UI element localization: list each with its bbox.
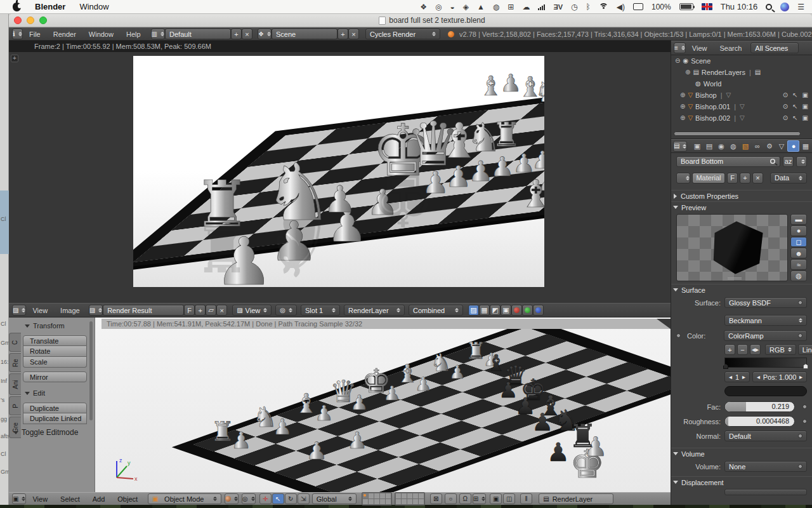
manipulator-axes-button[interactable]: ✛	[259, 493, 272, 504]
hide-eye-icon[interactable]: ⊙	[783, 104, 788, 110]
ramp-index-stepper[interactable]: ◂1▸	[724, 371, 750, 382]
cloud-icon[interactable]: ☁	[522, 3, 530, 11]
tab-object[interactable]: ▧	[739, 140, 751, 152]
tab-world[interactable]: ◍	[727, 140, 739, 152]
tab-data[interactable]: ▽	[775, 140, 787, 152]
preview-world-button[interactable]: ◍	[790, 271, 807, 281]
app-status-icon[interactable]: ◎	[435, 3, 442, 11]
expand-icon[interactable]: ⊕	[685, 69, 690, 76]
menu-file[interactable]: File	[23, 30, 47, 38]
draw-image-toggle[interactable]: ▨	[468, 305, 479, 316]
viewport-corner-widget[interactable]	[657, 319, 671, 329]
stepper-right-icon[interactable]: ▸	[799, 374, 802, 380]
renderable-camera-icon[interactable]: ▣	[802, 92, 808, 98]
menu-help[interactable]: Help	[120, 30, 147, 38]
hide-eye-icon[interactable]: ⊙	[783, 115, 788, 121]
roughness-slider[interactable]: 0.0004468	[724, 416, 795, 427]
ramp-flip-button[interactable]: ◂▸	[750, 344, 761, 355]
apple-menu-icon[interactable]	[13, 3, 21, 11]
tab-animation[interactable]: Ani	[9, 373, 21, 395]
outliner-row-scene[interactable]: ⊖ ◉ Scene	[671, 55, 812, 67]
expand-icon[interactable]: ⊕	[680, 115, 685, 121]
filter-dropdown-button[interactable]	[796, 156, 807, 167]
tab-texture[interactable]: ▦	[799, 140, 811, 152]
stepper-left-icon[interactable]: ◂	[757, 374, 760, 380]
normal-select[interactable]: Default	[724, 431, 807, 441]
snap-magnet-button[interactable]: Ω	[459, 493, 471, 504]
time-machine-icon[interactable]: ◷	[571, 3, 577, 11]
color-input-select[interactable]: ColorRamp	[724, 330, 807, 341]
material-add-button[interactable]: +	[740, 173, 750, 184]
minimize-window-button[interactable]	[27, 17, 34, 24]
alpha-toggle[interactable]: ▦	[479, 305, 490, 316]
airplay-icon[interactable]	[633, 3, 643, 10]
layers-grid-left[interactable]	[362, 492, 392, 505]
ramp-stop-color-swatch[interactable]	[724, 386, 807, 396]
manipulator-rotate-button[interactable]: ↻	[285, 493, 297, 504]
roughness-socket-icon[interactable]	[802, 419, 807, 424]
opengl-render-button[interactable]: ▣	[490, 493, 502, 504]
menubar-clock[interactable]: Thu 10:16	[721, 2, 758, 11]
layers-grid-right[interactable]	[395, 492, 425, 505]
render-pass-select[interactable]: Combined	[409, 305, 463, 316]
material-link-select[interactable]: Data	[770, 173, 807, 184]
lock-to-scene-button[interactable]: ⊠	[430, 493, 442, 504]
selectable-pointer-icon[interactable]: ↖	[792, 92, 797, 98]
material-unlink-button[interactable]: ×	[752, 173, 763, 184]
expand-icon[interactable]: ⊕	[680, 92, 685, 98]
preview-hair-button[interactable]: ≈	[790, 259, 807, 270]
drive-icon[interactable]: ▲	[477, 3, 485, 11]
image-view-mode-select[interactable]: ▨View	[232, 305, 272, 316]
add-layout-button[interactable]: +	[231, 29, 242, 39]
input-source-flag-icon[interactable]	[702, 3, 712, 10]
tab-material[interactable]: ●	[787, 140, 799, 152]
panel-custom-properties[interactable]: Custom Properties	[671, 190, 812, 201]
wifi-icon[interactable]	[599, 3, 608, 10]
panel-surface[interactable]: Surface	[671, 284, 812, 295]
volume-shader-select[interactable]: None	[724, 461, 807, 472]
fac-slider[interactable]: 0.219	[724, 401, 795, 412]
scene-icon-button[interactable]: ❖	[258, 29, 272, 39]
globe-icon[interactable]: ◍	[493, 3, 499, 11]
material-slot-name[interactable]: Material	[692, 173, 725, 184]
selectable-pointer-icon[interactable]: ↖	[792, 104, 797, 110]
close-window-button[interactable]	[14, 17, 22, 24]
green-channel-toggle[interactable]	[522, 305, 533, 316]
tab-relations[interactable]: Re	[9, 353, 21, 372]
ramp-position-stepper[interactable]: ◂Pos: 1.000▸	[752, 371, 807, 382]
pin-select[interactable]: ◎	[275, 305, 297, 316]
delete-scene-button[interactable]: ×	[348, 29, 359, 39]
fake-user-button[interactable]: F	[184, 305, 195, 316]
expand-icon[interactable]: ⊕	[680, 104, 685, 110]
notification-center-icon[interactable]: ☰	[797, 3, 804, 11]
surface-shader-select[interactable]: Glossy BSDF	[724, 297, 807, 308]
image-menu-image[interactable]: Image	[54, 307, 86, 314]
view3d-editor-type-button[interactable]: ▣	[12, 493, 26, 504]
red-channel-toggle[interactable]	[511, 305, 522, 316]
cellular-signal-icon[interactable]	[538, 4, 545, 10]
delete-layout-button[interactable]: ×	[242, 29, 252, 39]
material-fake-user-button[interactable]: F	[727, 173, 738, 184]
duplicate-button[interactable]: Duplicate	[23, 403, 87, 413]
proportional-edit-button[interactable]: ○	[445, 493, 457, 504]
preview-monkey-button[interactable]: ☻	[790, 248, 807, 258]
new-image-button[interactable]: +	[195, 305, 206, 316]
tab-render-layers[interactable]: ▤	[703, 140, 715, 152]
view3d-menu-add[interactable]: Add	[86, 495, 112, 503]
add-scene-button[interactable]: +	[337, 29, 348, 39]
blue-channel-toggle[interactable]	[533, 305, 544, 316]
duplicate-linked-button[interactable]: Duplicate Linked	[23, 413, 87, 424]
renderable-camera-icon[interactable]: ▣	[802, 115, 808, 121]
outliner-row-renderlayers[interactable]: ⊕ ▤ RenderLayers | ▤	[671, 67, 812, 78]
scene-field[interactable]: Scene	[272, 29, 337, 39]
tab-render[interactable]: ▣	[691, 140, 703, 152]
panel-toggle-editmode[interactable]: Toggle Editmode	[11, 427, 78, 438]
hide-eye-icon[interactable]: ⊙	[783, 92, 788, 98]
panel-edit[interactable]: Edit	[23, 387, 87, 399]
app-menu-blender[interactable]: Blender	[35, 2, 65, 11]
rotate-button[interactable]: Rotate	[23, 346, 87, 357]
snap-element-button[interactable]: ⊞	[473, 493, 486, 504]
outliner-menu-search[interactable]: Search	[714, 44, 749, 52]
render-engine-select[interactable]: Cycles Render	[365, 29, 440, 39]
manipulator-scale-button[interactable]: ⇲	[298, 493, 310, 504]
